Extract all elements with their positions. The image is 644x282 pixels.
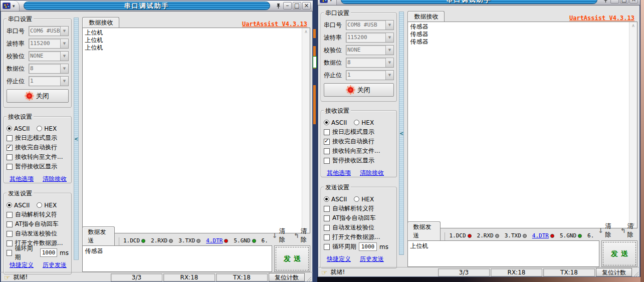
send-button[interactable]: 发送 xyxy=(601,240,637,267)
close-port-button[interactable]: 关闭 xyxy=(324,83,394,97)
option-at-return[interactable]: AT指令自动回车 xyxy=(324,213,394,223)
shortcut-define-link[interactable]: 快捷定义 xyxy=(327,255,351,263)
option-parse-escape[interactable]: 自动解析转义符 xyxy=(324,204,394,213)
field-label: 数据位 xyxy=(324,59,346,67)
other-options-link[interactable]: 其他选项 xyxy=(327,169,351,177)
option-cycle-period[interactable]: 循环周期 1000 ms xyxy=(324,242,394,251)
pin-6: 6. xyxy=(587,232,594,239)
tab-data-receive[interactable]: 数据接收 xyxy=(82,17,119,28)
baud-select[interactable]: 115200 ▼ xyxy=(29,39,69,49)
baud-field-row: 波特率 115200 ▼ xyxy=(7,39,69,49)
clear-send-button[interactable]: ↰清除 xyxy=(294,227,310,244)
scroll-up-icon[interactable]: ∧ xyxy=(631,23,635,28)
rxd-led-icon xyxy=(495,234,499,238)
send-input[interactable]: 传感器 xyxy=(82,245,272,272)
radio-ascii[interactable]: ASCII xyxy=(324,119,347,126)
cycle-period-input[interactable]: 1000 xyxy=(359,242,377,251)
reset-count-button[interactable]: 复位计数 xyxy=(269,273,305,281)
close-button[interactable]: × xyxy=(629,0,638,4)
resize-grip[interactable] xyxy=(306,276,311,282)
option-redirect-file[interactable]: 接收转向至文件... xyxy=(7,152,69,162)
minimize-button[interactable]: – xyxy=(283,2,292,10)
dropdown-arrow-icon: ▼ xyxy=(385,58,393,67)
option-file-source[interactable]: 打开文件数据源... xyxy=(324,232,394,242)
minimize-button[interactable]: – xyxy=(610,0,619,4)
clear-receive-link[interactable]: 清除接收 xyxy=(43,175,67,183)
option-at-return[interactable]: AT指令自动回车 xyxy=(7,219,69,229)
app-menu-button[interactable]: ▾ xyxy=(318,0,337,5)
dropdown-arrow-icon: ▼ xyxy=(60,27,68,36)
close-port-button[interactable]: 关闭 xyxy=(7,89,69,103)
clear-receive-button[interactable]: ↓清除 xyxy=(598,222,615,239)
option-auto-linefeed[interactable]: 接收完自动换行 xyxy=(324,137,394,146)
cycle-period-input[interactable]: 1000 xyxy=(40,248,57,257)
radio-hex[interactable]: HEX xyxy=(37,202,57,209)
titlebar[interactable]: ▾ 串口调试助手 – □ × xyxy=(318,0,640,6)
option-pause-display[interactable]: 暂停接收区显示 xyxy=(7,162,69,171)
pin-icon[interactable] xyxy=(601,0,609,4)
option-send-checksum[interactable]: 自动发送校验位 xyxy=(324,223,394,232)
tab-data-receive[interactable]: 数据接收 xyxy=(407,11,445,22)
version-link[interactable]: UartAssist V4.3.13 xyxy=(569,15,637,22)
option-log-mode[interactable]: 按日志模式显示 xyxy=(324,127,394,137)
field-label: 停止位 xyxy=(7,77,29,86)
arrow-down-icon: ↓ xyxy=(598,227,603,234)
receive-scrollbar[interactable]: ∧ ∨ xyxy=(302,28,310,233)
stopbits-select[interactable]: 1 ▼ xyxy=(346,70,394,80)
history-send-link[interactable]: 历史发送 xyxy=(43,261,67,269)
field-label: 校验位 xyxy=(7,52,29,61)
app-menu-button[interactable]: ▾ xyxy=(1,1,20,11)
tab-data-send[interactable]: 数据发送 xyxy=(407,221,441,240)
maximize-button[interactable]: □ xyxy=(620,0,628,4)
titlebar[interactable]: ▾ 串口调试助手 – □ × xyxy=(1,1,313,12)
clear-receive-button[interactable]: ↓清除 xyxy=(272,227,289,244)
databits-select[interactable]: 8 ▼ xyxy=(346,58,394,68)
databits-field-row: 数据位 8 ▼ xyxy=(7,64,69,74)
clear-send-button[interactable]: ↰清除 xyxy=(620,222,637,239)
databits-select[interactable]: 8 ▼ xyxy=(29,64,69,74)
radio-hex[interactable]: HEX xyxy=(37,125,57,132)
option-auto-linefeed[interactable]: 接收完自动换行 xyxy=(7,143,69,152)
port-select[interactable]: COM6 #USB ▼ xyxy=(29,26,69,36)
send-input[interactable]: 上位机 xyxy=(407,240,599,267)
clear-receive-link[interactable]: 清除接收 xyxy=(360,169,384,177)
option-redirect-file[interactable]: 接收转向至文件... xyxy=(324,146,394,156)
stopbits-select[interactable]: 1 ▼ xyxy=(29,76,69,86)
receive-scrollbar[interactable]: ∧ ∨ xyxy=(629,22,637,228)
pin-dtr[interactable]: 4.DTR xyxy=(206,237,228,244)
parity-select[interactable]: NONE ▼ xyxy=(29,51,69,61)
close-button[interactable]: × xyxy=(302,2,311,10)
radio-hex[interactable]: HEX xyxy=(354,119,374,126)
pin-dtr[interactable]: 4.DTR xyxy=(532,232,554,239)
option-cycle-period[interactable]: 循环周期 1000 ms xyxy=(7,248,69,257)
panel-splitter[interactable]: < xyxy=(74,18,79,260)
scroll-up-icon[interactable]: ∧ xyxy=(304,29,308,34)
parity-select[interactable]: NONE ▼ xyxy=(346,45,394,55)
other-options-link[interactable]: 其他选项 xyxy=(10,175,34,183)
pin-icon[interactable] xyxy=(274,2,282,10)
option-pause-display[interactable]: 暂停接收区显示 xyxy=(324,156,394,165)
radio-ascii[interactable]: ASCII xyxy=(7,202,30,209)
radio-ascii[interactable]: ASCII xyxy=(324,196,347,203)
option-log-mode[interactable]: 按日志模式显示 xyxy=(7,133,69,143)
receive-area[interactable]: 传感器 传感器 传感器 ∧ ∨ xyxy=(407,22,637,228)
option-parse-escape[interactable]: 自动解析转义符 xyxy=(7,210,69,219)
baud-select[interactable]: 115200 ▼ xyxy=(346,33,394,43)
panel-splitter[interactable]: < xyxy=(399,12,404,255)
reset-count-button[interactable]: 复位计数 xyxy=(596,268,632,276)
radio-ascii[interactable]: ASCII xyxy=(7,125,30,132)
resize-grip[interactable] xyxy=(633,271,638,277)
history-send-link[interactable]: 历史发送 xyxy=(360,255,384,263)
tab-data-send[interactable]: 数据发送 xyxy=(82,226,115,245)
shortcut-define-link[interactable]: 快捷定义 xyxy=(10,261,34,269)
receive-area[interactable]: 上位机 上位机 上位机 ∧ ∨ xyxy=(82,28,310,233)
radio-hex[interactable]: HEX xyxy=(354,196,374,203)
collapse-chevron-icon: < xyxy=(399,131,403,136)
port-select[interactable]: COM8 #USB ▼ xyxy=(346,20,394,30)
wallpaper-bottom xyxy=(317,277,640,282)
version-link[interactable]: UartAssist V4.3.13 xyxy=(242,21,310,28)
send-button[interactable]: 发送 xyxy=(274,245,310,272)
option-send-checksum[interactable]: 自动发送校验位 xyxy=(7,229,69,238)
maximize-button[interactable]: □ xyxy=(293,2,301,10)
group-label: 串口设置 xyxy=(324,9,351,18)
